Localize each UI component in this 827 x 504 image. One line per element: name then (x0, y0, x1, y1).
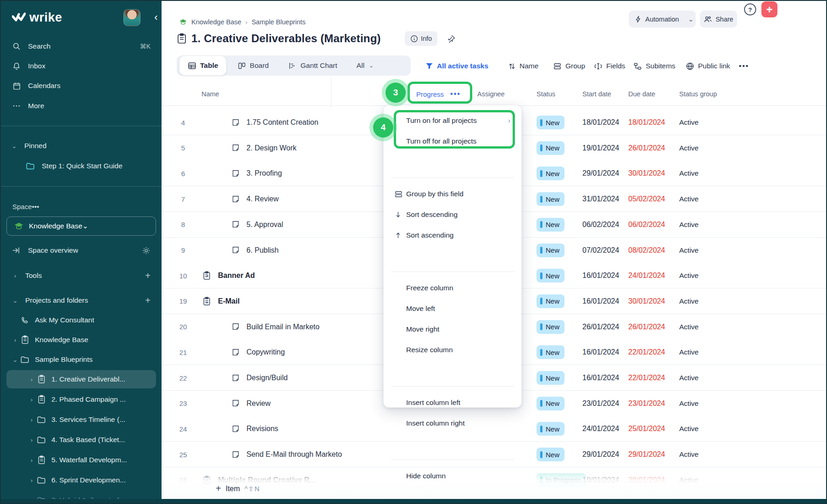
start-date[interactable]: 06/02/2024 (582, 212, 619, 238)
menu-item-insert-column-left[interactable]: Insert column left (388, 395, 517, 410)
fields-button[interactable]: Fields (594, 60, 625, 72)
info-button[interactable]: Info (405, 31, 437, 46)
task-name[interactable]: 5. Approval (246, 221, 283, 229)
status-cell[interactable]: New (536, 186, 564, 212)
table-row[interactable]: 25Send E-Mail through MarketoNew29/01/20… (162, 442, 826, 467)
task-name[interactable]: E-Mail (218, 297, 240, 305)
progress-column-menu-button[interactable]: ••• (450, 90, 461, 98)
task-name[interactable]: 4. Review (246, 195, 279, 203)
plus-icon[interactable]: + (145, 271, 151, 281)
status-badge[interactable]: New (536, 116, 564, 129)
start-date[interactable]: 16/01/2024 (582, 339, 619, 365)
task-name[interactable]: 1.75 Content Creation (246, 118, 319, 127)
pin-icon[interactable] (444, 32, 458, 46)
subitems-button[interactable]: Subitems (633, 60, 676, 72)
status-badge[interactable]: New (536, 397, 564, 410)
avatar[interactable] (123, 9, 140, 26)
sidebar-item-more[interactable]: More (1, 98, 158, 114)
menu-item-hide-column[interactable]: Hide column (388, 468, 517, 484)
breadcrumb-knowledge-base[interactable]: Knowledge Base (191, 18, 241, 26)
space-selector[interactable]: Knowledge Base ⌄ (6, 216, 156, 236)
public-link-button[interactable]: Public link (686, 60, 730, 72)
sidebar-item-ask-my-consultant[interactable]: Ask My Consultant (6, 311, 156, 329)
task-name[interactable]: Design/Build (246, 374, 288, 382)
sidebar-item-inbox[interactable]: Inbox (1, 58, 158, 74)
sidebar-item-tools[interactable]: › Tools + (1, 267, 158, 284)
toolbar-more-button[interactable]: ••• (739, 60, 749, 72)
sidebar-item-6-sprint-developmen[interactable]: ›6. Sprint Developmen... (6, 471, 156, 489)
due-date[interactable]: 23/01/2024 (628, 391, 665, 416)
group-button[interactable]: Group (553, 60, 585, 72)
start-date[interactable]: 16/01/2024 (582, 263, 619, 288)
name-cell[interactable]: 1.75 Content Creation (231, 110, 319, 135)
status-badge[interactable]: New (536, 448, 564, 461)
wrike-logo[interactable]: wrike (12, 11, 62, 25)
sidebar-collapse-button[interactable]: ‹ (150, 11, 162, 24)
status-cell[interactable]: New (536, 314, 564, 340)
start-date[interactable]: 19/01/2024 (582, 135, 619, 161)
create-new-button[interactable]: + (761, 1, 777, 17)
column-header-name[interactable]: Name (201, 89, 219, 100)
help-button[interactable]: ? (743, 3, 757, 16)
start-date[interactable]: 26/01/2024 (582, 314, 619, 340)
automation-button[interactable]: Automation ⌄ (629, 11, 696, 28)
tab-scope-all[interactable]: All ⌄ (346, 55, 381, 76)
filter-button[interactable]: All active tasks (425, 60, 488, 72)
status-cell[interactable]: New (536, 161, 564, 186)
task-name[interactable]: Review (246, 399, 270, 408)
column-header-start-date[interactable]: Start date (582, 89, 611, 100)
status-cell[interactable]: New (536, 212, 564, 238)
due-date[interactable]: 18/01/2024 (628, 110, 665, 135)
menu-item-insert-column-right[interactable]: Insert column right (388, 415, 517, 431)
sidebar-item-projects-and-folders[interactable]: ⌄ Projects and folders + (1, 292, 158, 309)
task-name[interactable]: 3. Proofing (246, 169, 282, 177)
due-date[interactable]: 05/02/2024 (628, 186, 665, 212)
due-date[interactable]: 22/01/2024 (628, 365, 665, 391)
name-cell[interactable]: 6. Publish (231, 238, 279, 263)
status-badge[interactable]: New (536, 218, 564, 232)
sidebar-item-space-overview[interactable]: Space overview (1, 242, 158, 259)
due-date[interactable]: 29/01/2024 (628, 442, 665, 467)
gear-icon[interactable] (142, 246, 151, 255)
sidebar-item-search[interactable]: Search⌘K (1, 38, 158, 55)
name-cell[interactable]: Build Email in Marketo (231, 314, 319, 340)
start-date[interactable]: 31/01/2024 (582, 186, 619, 212)
start-date[interactable]: 23/01/2024 (582, 391, 619, 416)
status-badge[interactable]: New (536, 422, 564, 436)
status-cell[interactable]: New (536, 263, 564, 288)
due-date[interactable]: 30/01/2024 (628, 288, 665, 314)
sidebar-item-calendars[interactable]: Calendars (1, 78, 158, 94)
task-name[interactable]: 2. Design Work (246, 144, 296, 152)
share-button[interactable]: Share (700, 11, 737, 28)
status-badge[interactable]: New (536, 320, 564, 334)
tab-table[interactable]: Table (179, 55, 227, 76)
breadcrumb-sample-blueprints[interactable]: Sample Blueprints (251, 18, 306, 26)
due-date[interactable]: 22/01/2024 (628, 339, 665, 365)
task-name[interactable]: Revisions (246, 425, 278, 433)
status-badge[interactable]: New (536, 166, 564, 180)
name-cell[interactable]: 2. Design Work (231, 135, 296, 161)
name-cell[interactable]: 3. Proofing (231, 161, 282, 186)
status-cell[interactable]: New (536, 339, 564, 365)
due-date[interactable]: 06/02/2024 (628, 212, 665, 238)
column-header-progress[interactable]: Progress (416, 90, 444, 98)
start-date[interactable]: 07/02/2024 (582, 238, 619, 263)
status-badge[interactable]: New (536, 371, 564, 385)
menu-item-sort-descending[interactable]: Sort descending (388, 207, 517, 222)
task-name[interactable]: Build Email in Marketo (246, 323, 319, 331)
due-date[interactable]: 24/01/2024 (628, 263, 665, 288)
column-header-status[interactable]: Status (536, 89, 555, 100)
menu-item-sort-ascending[interactable]: Sort ascending (388, 227, 517, 243)
name-cell[interactable]: Copywriting (231, 339, 285, 365)
name-cell[interactable]: Send E-Mail through Marketo (231, 442, 342, 467)
start-date[interactable]: 24/01/2024 (582, 416, 619, 442)
start-date[interactable]: 16/01/2024 (582, 288, 619, 314)
sidebar-item-1-creative-deliverabl[interactable]: ›1. Creative Deliverabl... (6, 370, 156, 388)
plus-icon[interactable]: + (145, 295, 151, 306)
name-cell[interactable]: Design/Build (231, 365, 288, 391)
chevron-down-icon[interactable]: ⌄ (203, 288, 211, 314)
sidebar-item-knowledge-base[interactable]: ›Knowledge Base (6, 331, 156, 349)
status-badge[interactable]: New (536, 141, 564, 155)
column-header-status-group[interactable]: Status group (679, 89, 717, 100)
status-badge[interactable]: New (536, 192, 564, 206)
